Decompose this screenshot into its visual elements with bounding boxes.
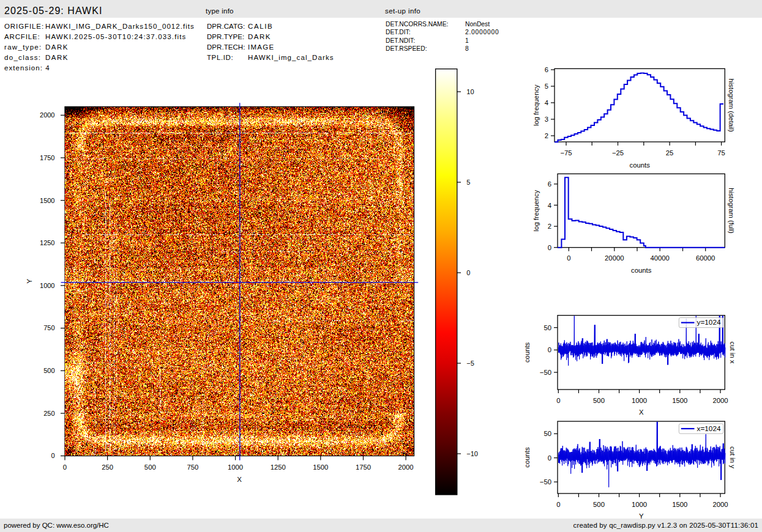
svg-text:1500: 1500 bbox=[672, 397, 687, 404]
svg-text:1000: 1000 bbox=[632, 501, 647, 508]
svg-text:log frequency: log frequency bbox=[532, 84, 540, 126]
svg-text:3: 3 bbox=[545, 116, 548, 123]
svg-text:4: 4 bbox=[548, 202, 551, 209]
svg-text:50: 50 bbox=[543, 430, 551, 437]
svg-text:counts: counts bbox=[630, 161, 651, 169]
svg-text:0: 0 bbox=[548, 454, 551, 462]
svg-text:750: 750 bbox=[43, 324, 54, 331]
svg-text:25: 25 bbox=[666, 149, 674, 157]
svg-text:1250: 1250 bbox=[271, 464, 286, 471]
svg-text:X: X bbox=[237, 476, 242, 483]
svg-text:1500: 1500 bbox=[40, 197, 54, 204]
svg-text:0: 0 bbox=[63, 464, 67, 471]
svg-text:−75: −75 bbox=[560, 149, 572, 157]
svg-text:−50: −50 bbox=[540, 478, 551, 486]
svg-text:40000: 40000 bbox=[650, 254, 669, 262]
svg-text:5: 5 bbox=[466, 179, 470, 186]
svg-text:500: 500 bbox=[593, 397, 605, 404]
svg-text:60000: 60000 bbox=[696, 254, 715, 262]
svg-text:5: 5 bbox=[545, 83, 548, 90]
svg-text:6: 6 bbox=[545, 66, 548, 73]
svg-text:0: 0 bbox=[466, 269, 470, 276]
svg-text:500: 500 bbox=[593, 501, 605, 508]
svg-text:2000: 2000 bbox=[712, 501, 728, 508]
svg-text:500: 500 bbox=[43, 367, 54, 374]
svg-text:50: 50 bbox=[543, 324, 551, 331]
svg-text:75: 75 bbox=[717, 149, 725, 157]
svg-text:0: 0 bbox=[548, 244, 551, 251]
svg-text:−25: −25 bbox=[612, 149, 624, 157]
svg-text:log frequency: log frequency bbox=[532, 190, 540, 231]
svg-text:2000: 2000 bbox=[712, 397, 728, 404]
svg-text:6: 6 bbox=[548, 180, 551, 188]
svg-text:4: 4 bbox=[545, 99, 548, 106]
svg-text:2: 2 bbox=[548, 223, 551, 230]
svg-text:y=1024: y=1024 bbox=[697, 318, 721, 327]
svg-text:cut in x: cut in x bbox=[729, 342, 736, 364]
svg-text:0: 0 bbox=[51, 452, 54, 459]
svg-text:0: 0 bbox=[567, 254, 570, 262]
svg-text:Y: Y bbox=[639, 512, 644, 520]
svg-text:0: 0 bbox=[556, 397, 560, 404]
svg-text:1000: 1000 bbox=[228, 464, 243, 471]
svg-text:500: 500 bbox=[144, 464, 156, 471]
svg-text:x=1024: x=1024 bbox=[697, 424, 721, 433]
svg-text:2: 2 bbox=[545, 132, 548, 139]
svg-text:0: 0 bbox=[548, 346, 551, 353]
svg-text:1750: 1750 bbox=[356, 464, 371, 471]
svg-text:1000: 1000 bbox=[632, 397, 647, 404]
svg-text:Y: Y bbox=[26, 279, 33, 284]
svg-text:1750: 1750 bbox=[40, 154, 54, 161]
svg-text:X: X bbox=[639, 408, 644, 416]
svg-text:cut in y: cut in y bbox=[729, 446, 736, 468]
svg-text:histogram (full): histogram (full) bbox=[728, 188, 735, 234]
svg-text:750: 750 bbox=[187, 464, 198, 471]
svg-text:−50: −50 bbox=[540, 369, 551, 376]
svg-text:20000: 20000 bbox=[605, 254, 624, 262]
svg-text:−5: −5 bbox=[466, 360, 474, 367]
svg-text:2000: 2000 bbox=[398, 464, 414, 471]
svg-text:1500: 1500 bbox=[313, 464, 328, 471]
svg-text:histogram (detail): histogram (detail) bbox=[728, 79, 735, 133]
svg-text:0: 0 bbox=[556, 501, 560, 508]
svg-text:1000: 1000 bbox=[40, 282, 54, 289]
svg-text:counts: counts bbox=[523, 447, 531, 468]
svg-text:counts: counts bbox=[631, 267, 652, 274]
svg-text:1250: 1250 bbox=[40, 239, 54, 246]
svg-text:10: 10 bbox=[466, 88, 474, 95]
svg-text:2000: 2000 bbox=[40, 111, 54, 119]
svg-text:−10: −10 bbox=[466, 450, 478, 457]
svg-text:250: 250 bbox=[102, 464, 113, 471]
svg-text:250: 250 bbox=[43, 410, 54, 417]
svg-text:counts: counts bbox=[523, 342, 531, 363]
svg-text:1500: 1500 bbox=[672, 501, 687, 508]
